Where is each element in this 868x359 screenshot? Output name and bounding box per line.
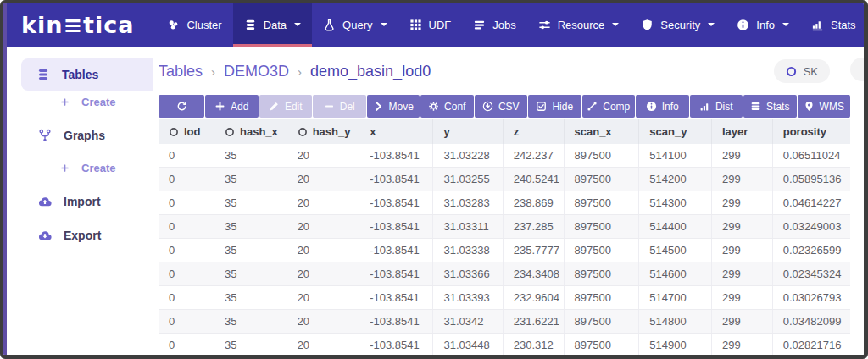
breadcrumb-separator: › [211,64,215,79]
bar-chart-icon [699,101,710,112]
sidebar-item-graphs-create[interactable]: Create [3,157,153,179]
cell-hash_x: 35 [214,262,287,285]
info-button[interactable]: Info [636,95,689,118]
flask-icon [323,19,336,31]
button-label: CSV [498,101,520,113]
cell-z: 232.9604 [504,286,565,309]
cell-hash_y: 20 [287,334,360,356]
cell-scan_y: 514400 [639,215,712,238]
cell-lod: 0 [159,144,214,167]
sidebar-item-tables[interactable]: Tables [21,58,153,91]
cell-y: 31.03283 [433,191,503,214]
table-row[interactable]: 03520-103.854131.03228242.23789750051410… [159,144,850,168]
cell-z: 230.312 [504,334,565,356]
refresh-button[interactable] [159,95,204,118]
cell-hash_y: 20 [287,310,360,333]
cell-x: -103.8541 [359,168,433,191]
table-row[interactable]: 03520-103.854131.03366234.34088975005146… [159,262,850,286]
nav-item-label: Data [264,19,287,31]
left-accent-strip [3,3,7,355]
cell-x: -103.8541 [359,191,433,214]
minus-icon [324,101,335,112]
grid-icon [409,19,422,31]
column-header-layer[interactable]: layer [712,119,773,144]
table-row[interactable]: 03520-103.854131.0342231.622189750051480… [159,310,850,334]
sidebar-item-export[interactable]: Export [3,224,153,246]
csv-button[interactable]: CSV [475,95,528,118]
column-header-hash_y[interactable]: hash_y [287,119,360,144]
cell-hash_x: 35 [214,239,287,262]
sidebar-item-graphs[interactable]: Graphs [3,124,153,146]
comp-button[interactable]: Comp [582,95,636,118]
conf-button[interactable]: Conf [420,95,474,118]
table-row[interactable]: 03520-103.854131.03393232.96048975005147… [159,286,850,310]
cell-scan_y: 514200 [639,168,712,191]
column-header-hash_x[interactable]: hash_x [214,119,287,144]
hide-button[interactable]: Hide [528,95,581,118]
nav-item-data[interactable]: Data [233,3,312,47]
check-square-icon [536,101,547,112]
column-header-z[interactable]: z [504,119,565,144]
column-header-y[interactable]: y [433,119,503,144]
nav-item-stats[interactable]: Stats [800,3,868,47]
cell-y: 31.03338 [433,239,503,262]
del-button[interactable]: Del [313,95,366,118]
breadcrumb-schema[interactable]: DEMO3D [224,63,289,80]
column-header-scan_x[interactable]: scan_x [565,119,640,144]
cell-layer: 299 [712,144,773,167]
clipped-pill-button[interactable] [850,58,868,81]
nav-item-jobs[interactable]: Jobs [462,3,526,47]
cell-z: 238.869 [504,191,565,214]
stats-button[interactable]: Stats [743,95,797,118]
cell-layer: 299 [712,310,773,333]
cell-scan_x: 897500 [565,310,640,333]
cell-scan_y: 514800 [639,310,712,333]
wms-button[interactable]: WMS [798,95,851,118]
sidebar-item-tables-create[interactable]: Create [3,91,153,113]
cell-scan_y: 514600 [639,262,712,285]
button-label: WMS [820,101,844,113]
nav-item-udf[interactable]: UDF [398,3,463,47]
table-row[interactable]: 03520-103.854131.03255240.52418975005142… [159,168,850,191]
edit-button[interactable]: Edit [259,95,313,118]
chevron-right-icon [373,101,384,112]
table-row[interactable]: 03520-103.854131.03283238.86989750051430… [159,191,850,215]
column-header-x[interactable]: x [359,119,433,144]
column-label: porosity [783,125,826,138]
breadcrumb: Tables › DEMO3D › demo_basin_lod0 [159,63,431,80]
column-header-porosity[interactable]: porosity [773,119,850,144]
cell-layer: 299 [712,262,773,285]
refresh-icon [176,101,187,112]
table-body: 03520-103.854131.03228242.23789750051410… [159,144,850,357]
table-row[interactable]: 03520-103.854131.03311237.28589750051440… [159,215,850,239]
table-row[interactable]: 03520-103.854131.03448230.31289750051490… [159,334,850,357]
sk-toggle-button[interactable]: SK [774,59,830,83]
cell-x: -103.8541 [359,334,433,356]
database-icon [244,19,257,31]
nav-item-query[interactable]: Query [312,3,398,47]
cell-lod: 0 [159,168,214,191]
add-button[interactable]: Add [205,95,259,118]
column-header-lod[interactable]: lod [159,119,214,144]
info-circle-icon [646,101,657,112]
kinetica-logo[interactable]: kin≡tica [21,12,134,38]
breadcrumb-tables[interactable]: Tables [159,63,203,80]
cell-z: 237.285 [504,215,565,238]
dist-button[interactable]: Dist [690,95,743,118]
table-row[interactable]: 03520-103.854131.03338235.77778975005145… [159,239,850,262]
cell-scan_x: 897500 [565,191,640,214]
cell-scan_x: 897500 [565,334,640,356]
caret-down-icon [782,23,789,26]
caret-down-icon [381,23,387,26]
cell-hash_x: 35 [214,215,287,238]
sidebar-item-import[interactable]: Import [3,191,153,213]
move-button[interactable]: Move [367,95,420,118]
nav-item-resource[interactable]: Resource [527,3,631,47]
nav-item-info[interactable]: Info [726,3,800,47]
cell-layer: 299 [712,191,773,214]
column-header-scan_y[interactable]: scan_y [639,119,712,144]
table-header-row: lodhash_xhash_yxyzscan_xscan_ylayerporos… [159,119,850,144]
sidebar-item-label: Create [81,162,115,174]
nav-item-security[interactable]: Security [630,3,726,47]
nav-item-cluster[interactable]: Cluster [156,3,232,47]
